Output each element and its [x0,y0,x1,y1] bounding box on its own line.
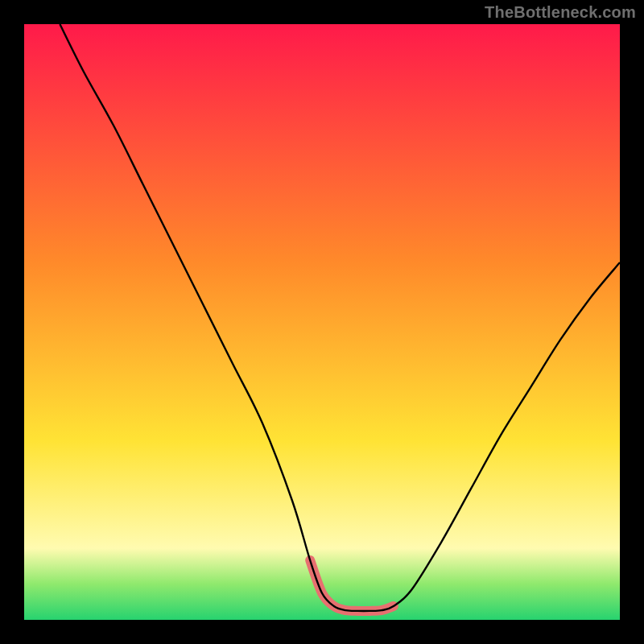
curve-layer [24,24,620,620]
chart-frame: TheBottleneck.com [0,0,644,644]
watermark-text: TheBottleneck.com [485,3,636,22]
optimal-zone-highlight [310,560,394,611]
bottleneck-curve [60,24,620,611]
plot-area [24,24,620,620]
